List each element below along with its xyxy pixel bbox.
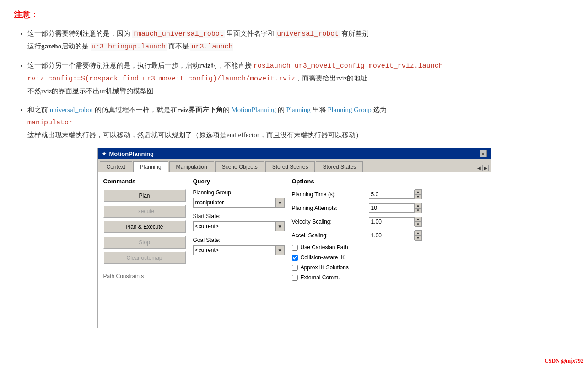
motion-planning-dialog: ✦ MotionPlanning × Context Planning Mani… [97,148,491,328]
bullet-3: 和之前 universal_robot 的仿真过程不一样，就是在rviz界面左下… [27,104,574,141]
plan-execute-button[interactable]: Plan & Execute [103,220,186,233]
dialog-close-button[interactable]: × [480,150,487,157]
tab-scroll: ◀ ▶ [476,165,489,172]
bullet1-text1: 这一部分需要特别注意的是，因为 [27,30,132,37]
planning-attempts-label: Planning Attempts: [292,205,365,211]
goal-state-arrow[interactable]: ▼ [275,245,285,255]
use-cartesian-checkbox[interactable] [292,245,298,251]
planning-group-select[interactable]: manipulator [193,198,276,208]
tab-scroll-left[interactable]: ◀ [476,165,482,171]
bullet1-line2-code1: ur3_bringup.launch [91,43,167,51]
commands-column: Commands Plan Execute Plan & Execute Sto… [103,178,186,322]
start-state-arrow[interactable]: ▼ [275,221,285,231]
bullet-2: 这一部分另一个需要特别注意的是，执行最后一步，启动rviz时，不能直接 rosl… [27,59,574,97]
accel-scaling-up[interactable]: ▲ [415,230,422,235]
tab-planning[interactable]: Planning [133,161,168,172]
bullet-1: 这一部分需要特别注意的是，因为 fmauch_universal_robot 里… [27,27,574,53]
dialog-titlebar: ✦ MotionPlanning × [98,148,491,159]
start-state-select[interactable]: <current> [193,221,276,231]
planning-attempts-up[interactable]: ▲ [415,203,422,208]
bullet1-code2: universal_robot [276,30,340,38]
bullet2-text1: 这一部分另一个需要特别注意的是，执行最后一步，启动 [27,62,199,69]
stop-button[interactable]: Stop [103,236,186,249]
planning-time-label: Planning Time (s): [292,191,365,198]
bullet1-text3: 有所差别 [340,30,369,37]
query-header: Query [193,178,285,185]
bullet2-text3: ，而需要给出rviz的地址 [295,75,367,82]
path-constraints-title: Path Constraints [103,273,186,279]
external-comm-checkbox[interactable] [292,275,298,281]
bullet3-text4: 的 [276,106,286,113]
bullet3-highlight1: MotionPlanning [231,106,276,113]
accel-scaling-row: Accel. Scaling: ▲ ▼ [292,230,485,241]
bullet1-line2-bold: gazebo [41,43,61,50]
planning-attempts-down[interactable]: ▼ [415,208,422,213]
bullet1-text2: 里面文件名字和 [225,30,276,37]
tab-stored-states[interactable]: Stored States [316,161,363,172]
approx-ik-label: Approx IK Solutions [301,264,349,271]
velocity-scaling-up[interactable]: ▲ [415,217,422,222]
external-comm-label: External Comm. [301,274,340,281]
bullet3-text1: 和之前 [27,106,50,113]
bullet1-line2-text2: 启动的是 [61,43,91,50]
start-state-label: Start State: [193,213,285,219]
accel-scaling-input-group: ▲ ▼ [369,230,422,241]
planning-time-up[interactable]: ▲ [415,189,422,194]
tab-stored-scenes[interactable]: Stored Scenes [265,161,315,172]
velocity-scaling-down[interactable]: ▼ [415,222,422,227]
bullet2-code1: roslaunch ur3_moveit_config moveit_rviz.… [254,62,443,70]
planning-time-input[interactable] [369,190,415,199]
bullet3-text6: 选为 [372,106,387,113]
bullet3-text3: 的 [223,106,232,113]
dialog-content: Commands Plan Execute Plan & Execute Sto… [98,172,491,328]
bullet3-bold1: rviz界面左下角 [177,106,223,113]
collision-aware-row: Collision-aware IK [292,254,485,261]
path-constraints-section: Path Constraints [103,269,186,279]
bullet3-line2: 这样就出现末端执行器，可以移动，然后就可以规划了（原选项是end effecto… [27,131,362,139]
plan-button[interactable]: Plan [103,189,186,202]
tab-context[interactable]: Context [100,161,132,172]
bullet3-line2-code: manipulator [27,119,73,127]
bullet2-line2: 不然rviz的界面显示不出ur机械臂的模型图 [27,87,154,95]
dialog-container: ✦ MotionPlanning × Context Planning Mani… [14,148,574,328]
collision-aware-checkbox[interactable] [292,255,298,261]
use-cartesian-label: Use Cartesian Path [301,244,348,251]
planning-group-arrow[interactable]: ▼ [275,198,285,208]
approx-ik-checkbox[interactable] [292,265,298,271]
bullet2-bold: rviz [199,62,210,69]
accel-scaling-input[interactable] [369,231,415,240]
tab-scene-objects[interactable]: Scene Objects [215,161,264,172]
planning-time-down[interactable]: ▼ [415,194,422,199]
velocity-scaling-label: Velocity Scaling: [292,219,365,225]
bullet2-text2: 时，不能直接 [210,62,254,69]
start-state-dropdown-row: <current> ▼ [193,221,285,231]
planning-attempts-input[interactable] [369,203,415,213]
options-header: Options [292,178,485,185]
accel-scaling-down[interactable]: ▼ [415,235,422,241]
tab-manipulation[interactable]: Manipulation [169,161,214,172]
planning-attempts-row: Planning Attempts: ▲ ▼ [292,203,485,213]
bullet1-line2-code2: ur3.launch [190,43,233,51]
bullet3-highlight3: Planning Group [328,106,371,113]
collision-aware-label: Collision-aware IK [301,254,345,261]
velocity-scaling-input-group: ▲ ▼ [369,217,422,227]
planning-time-input-group: ▲ ▼ [369,189,422,199]
velocity-scaling-input[interactable] [369,217,415,226]
execute-button[interactable]: Execute [103,205,186,218]
options-column: Options Planning Time (s): ▲ ▼ Planning … [292,178,485,322]
goal-state-select[interactable]: <current> [193,245,276,255]
velocity-scaling-spinner: ▲ ▼ [415,217,422,227]
bullet1-line2-text1: 运行 [27,43,41,50]
planning-group-dropdown-row: manipulator ▼ [193,198,285,208]
accel-scaling-label: Accel. Scaling: [292,232,365,239]
tab-scroll-right[interactable]: ▶ [482,165,489,171]
velocity-scaling-row: Velocity Scaling: ▲ ▼ [292,217,485,227]
use-cartesian-row: Use Cartesian Path [292,244,485,251]
csdn-watermark: CSDN @mjx792 [545,358,583,364]
goal-state-label: Goal State: [193,237,285,243]
bullet3-text5: 里将 [311,106,328,113]
planning-time-row: Planning Time (s): ▲ ▼ [292,189,485,199]
bullet2-code2: rviz_config:=$(rospack find ur3_moveit_c… [27,75,295,83]
clear-octomap-button[interactable]: Clear octomap [103,251,186,264]
planning-group-label: Planning Group: [193,189,285,196]
